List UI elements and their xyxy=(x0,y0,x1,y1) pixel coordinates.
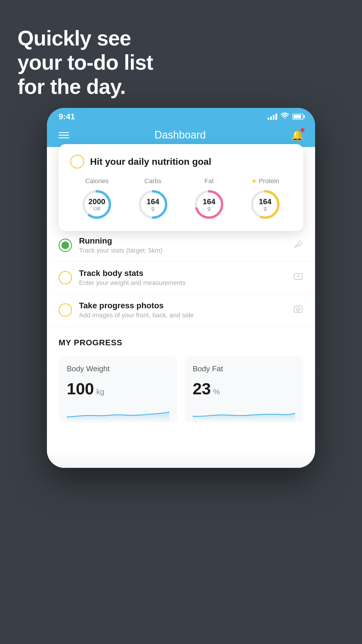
running-text: Running Track your stats (target: 5km) xyxy=(79,236,286,254)
protein-value: 164 xyxy=(259,198,271,205)
fat-label: Fat xyxy=(204,177,214,185)
status-time: 9:41 xyxy=(59,112,75,121)
notification-button[interactable]: 🔔 xyxy=(291,129,303,141)
nutrition-circle-button[interactable] xyxy=(70,155,84,169)
status-bar: 9:41 xyxy=(47,108,315,124)
carbs-label: Carbs xyxy=(144,177,161,185)
body-stats-circle xyxy=(59,271,72,284)
running-title: Running xyxy=(79,236,286,246)
wifi-icon xyxy=(281,113,289,121)
body-stats-text: Track body stats Enter your weight and m… xyxy=(79,269,286,287)
nutrition-item-protein: ★ Protein 164 g xyxy=(249,177,281,220)
progress-section: MY PROGRESS Body Weight 100 kg xyxy=(47,326,315,423)
body-stats-subtitle: Enter your weight and measurements xyxy=(79,279,286,287)
running-subtitle: Track your stats (target: 5km) xyxy=(79,247,286,254)
protein-unit: g xyxy=(259,205,271,211)
protein-ring: 164 g xyxy=(249,188,281,220)
calories-label: Calories xyxy=(85,177,109,185)
calories-ring: 2000 cal xyxy=(81,188,113,220)
photos-circle xyxy=(59,303,72,317)
fat-ring: 164 g xyxy=(193,188,225,220)
body-fat-title: Body Fat xyxy=(193,364,295,373)
carbs-unit: g xyxy=(147,205,159,211)
phone-mockup: 9:41 Dashboard xyxy=(47,108,315,468)
hero-text: Quickly see your to-do list for the day. xyxy=(17,26,153,99)
photos-title: Take progress photos xyxy=(79,301,286,310)
fat-unit: g xyxy=(203,205,215,211)
photos-subtitle: Add images of your front, back, and side xyxy=(79,312,286,319)
battery-icon xyxy=(292,114,303,120)
phone-screen: 9:41 Dashboard xyxy=(47,108,315,468)
body-weight-sparkline xyxy=(67,404,169,421)
body-fat-card[interactable]: Body Fat 23 % xyxy=(184,356,303,423)
carbs-ring: 164 g xyxy=(137,188,169,220)
nutrition-item-carbs: Carbs 164 g xyxy=(137,177,169,220)
fat-value: 164 xyxy=(203,198,215,205)
menu-button[interactable] xyxy=(59,132,69,138)
calories-value: 2000 xyxy=(88,198,105,205)
todo-item-running[interactable]: Running Track your stats (target: 5km) xyxy=(47,229,315,262)
hero-line3: for the day. xyxy=(17,75,153,99)
body-stats-title: Track body stats xyxy=(79,269,286,278)
nutrition-item-calories: Calories 2000 cal xyxy=(81,177,113,220)
nutrition-grid: Calories 2000 cal xyxy=(70,177,292,220)
body-weight-value-row: 100 kg xyxy=(67,379,169,398)
photo-icon xyxy=(293,304,303,317)
nav-bar: Dashboard 🔔 xyxy=(47,124,315,147)
body-weight-card[interactable]: Body Weight 100 kg xyxy=(59,356,178,423)
running-circle xyxy=(59,239,72,252)
carbs-value: 164 xyxy=(147,198,159,205)
progress-cards: Body Weight 100 kg xyxy=(59,356,303,423)
hero-line1: Quickly see xyxy=(17,26,153,50)
card-title-row: Hit your daily nutrition goal xyxy=(70,155,292,169)
todo-item-body-stats[interactable]: Track body stats Enter your weight and m… xyxy=(47,262,315,294)
nutrition-card-title: Hit your daily nutrition goal xyxy=(90,156,211,167)
body-fat-value: 23 xyxy=(193,379,211,398)
signal-icon xyxy=(268,113,277,120)
protein-label: Protein xyxy=(259,177,279,185)
svg-point-12 xyxy=(298,309,299,310)
scale-icon xyxy=(293,271,303,284)
protein-star-icon: ★ xyxy=(251,177,257,185)
app-content: THINGS TO DO TODAY Hit your daily nutrit… xyxy=(47,147,315,468)
nutrition-card[interactable]: Hit your daily nutrition goal Calories xyxy=(59,144,303,231)
hero-line2: your to-do list xyxy=(17,50,153,75)
notification-dot xyxy=(301,128,305,132)
calories-unit: cal xyxy=(88,205,105,211)
body-fat-value-row: 23 % xyxy=(193,379,295,398)
todo-item-photos[interactable]: Take progress photos Add images of your … xyxy=(47,294,315,326)
progress-header: MY PROGRESS xyxy=(59,338,303,347)
nutrition-item-fat: Fat 164 g xyxy=(193,177,225,220)
fade-overlay xyxy=(47,450,315,468)
todo-list: Running Track your stats (target: 5km) T… xyxy=(47,229,315,326)
body-weight-value: 100 xyxy=(67,379,94,398)
body-weight-unit: kg xyxy=(96,387,104,396)
nav-title: Dashboard xyxy=(154,129,206,141)
body-weight-title: Body Weight xyxy=(67,364,169,373)
photos-text: Take progress photos Add images of your … xyxy=(79,301,286,319)
running-icon xyxy=(293,239,303,252)
protein-label-row: ★ Protein xyxy=(251,177,279,185)
body-fat-sparkline xyxy=(193,404,295,421)
body-fat-unit: % xyxy=(213,387,220,396)
status-right-icons xyxy=(268,113,303,121)
